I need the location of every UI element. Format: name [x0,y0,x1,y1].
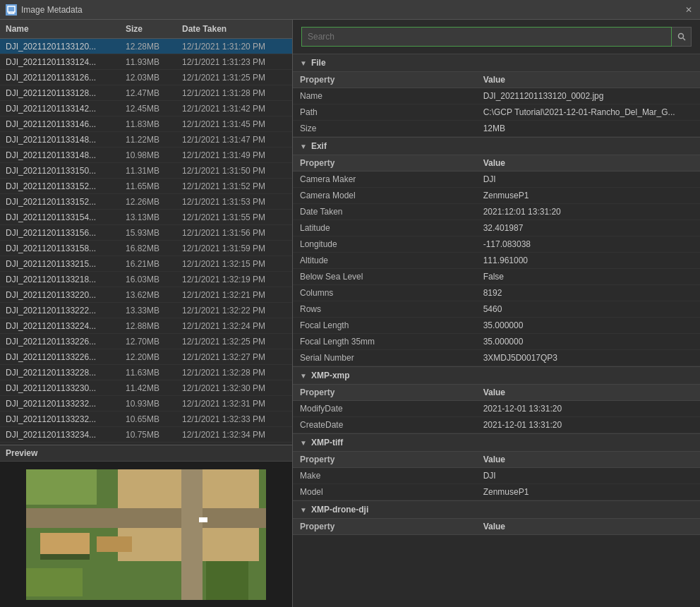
list-item[interactable]: DJI_20211201133148... 11.22MB 12/1/2021 … [0,132,292,148]
section-xmp-tiff-header[interactable]: ▼ XMP-tiff [293,433,700,452]
exif-value: -117.083038 [476,236,700,253]
file-name-cell: DJI_20211201133148... [0,150,120,160]
preview-section: Preview [0,445,292,607]
list-item[interactable]: DJI_20211201133154... 13.13MB 12/1/2021 … [0,210,292,225]
list-item[interactable]: DJI_20211201133152... 11.65MB 12/1/2021 … [0,179,292,194]
file-size-cell: 10.93MB [120,399,176,409]
section-exif-header[interactable]: ▼ Exif [293,137,700,155]
list-item[interactable]: DJI_20211201133230... 11.42MB 12/1/2021 … [0,380,292,396]
section-xmp-xmp-name: XMP-xmp [311,371,350,380]
list-item[interactable]: DJI_20211201133128... 12.47MB 12/1/2021 … [0,85,292,101]
list-item[interactable]: DJI_20211201133222... 13.33MB 12/1/2021 … [0,303,292,318]
file-name-cell: DJI_20211201133148... [0,135,120,145]
list-item[interactable]: DJI_20211201133124... 11.93MB 12/1/2021 … [0,54,292,70]
section-exif: ▼ Exif Property Value Camera Maker DJI C… [293,137,700,366]
section-file-header[interactable]: ▼ File [293,54,700,72]
file-table: Property Value Name DJI_20211201133120_0… [293,72,700,137]
search-input[interactable] [308,32,665,42]
list-item[interactable]: DJI_20211201133146... 11.83MB 12/1/2021 … [0,116,292,132]
file-date-cell: 12/1/2021 1:31:28 PM [176,88,292,98]
list-item[interactable]: DJI_20211201133215... 16.21MB 12/1/2021 … [0,256,292,272]
file-path-value: C:\GCP Tutorial\2021-12-01-Rancho_Del_Ma… [476,104,700,121]
column-header-name: Name [0,23,120,35]
file-table-header: Property Value [293,72,700,88]
file-name-cell: DJI_20211201133228... [0,368,120,378]
search-bar [293,20,700,54]
file-date-cell: 12/1/2021 1:31:53 PM [176,197,292,207]
file-name-cell: DJI_20211201133150... [0,166,120,176]
file-date-cell: 12/1/2021 1:31:55 PM [176,212,292,222]
file-name-cell: DJI_20211201133120... [0,42,120,52]
create-date-value: 2021-12-01 13:31:20 [476,417,700,433]
exif-value: 3XMDJ5D0017QP3 [476,350,700,366]
list-item[interactable]: DJI_20211201133158... 16.82MB 12/1/2021 … [0,241,292,256]
file-size-cell: 15.93MB [120,228,176,238]
file-date-cell: 12/1/2021 1:32:22 PM [176,306,292,315]
list-item[interactable]: DJI_20211201133148... 10.98MB 12/1/2021 … [0,148,292,163]
model-label: Model [293,484,476,500]
list-item[interactable]: DJI_20211201133234... 10.75MB 12/1/2021 … [0,427,292,443]
file-date-cell: 12/1/2021 1:31:23 PM [176,57,292,67]
exif-property: Serial Number [293,350,476,366]
file-list-scroll[interactable]: DJI_20211201133120... 12.28MB 12/1/2021 … [0,39,292,445]
file-date-cell: 12/1/2021 1:32:21 PM [176,290,292,300]
table-row: Columns 8192 [293,285,700,301]
modify-date-value: 2021-12-01 13:31:20 [476,401,700,417]
list-item[interactable]: DJI_20211201133220... 13.62MB 12/1/2021 … [0,287,292,303]
table-row: Model ZenmuseP1 [293,484,700,500]
exif-value: 32.401987 [476,220,700,236]
file-date-cell: 12/1/2021 1:31:50 PM [176,166,292,176]
exif-value: 5460 [476,301,700,318]
table-row: Focal Length 35mm 35.000000 [293,334,700,350]
aerial-thumbnail [26,469,266,600]
list-item[interactable]: DJI_20211201133120... 12.28MB 12/1/2021 … [0,39,292,54]
list-item[interactable]: DJI_20211201133156... 15.93MB 12/1/2021 … [0,225,292,241]
exif-property: Latitude [293,220,476,236]
exif-property: Rows [293,301,476,318]
exif-property: Columns [293,285,476,301]
exif-value: 35.000000 [476,334,700,350]
list-item[interactable]: DJI_20211201133226... 12.70MB 12/1/2021 … [0,334,292,349]
app-icon [6,4,17,16]
list-item[interactable]: DJI_20211201133152... 12.26MB 12/1/2021 … [0,194,292,210]
xmp-drone-dji-table: Property Value [293,519,700,535]
close-button[interactable]: ✕ [683,4,694,16]
file-path-label: Path [293,104,476,121]
table-row: Rows 5460 [293,301,700,318]
table-row: CreateDate 2021-12-01 13:31:20 [293,417,700,433]
exif-value: 35.000000 [476,318,700,334]
list-item[interactable]: DJI_20211201133232... 10.93MB 12/1/2021 … [0,396,292,411]
model-value: ZenmuseP1 [476,484,700,500]
list-item[interactable]: DJI_20211201133226... 12.20MB 12/1/2021 … [0,349,292,365]
exif-col-value: Value [476,155,700,172]
section-xmp-tiff-name: XMP-tiff [311,438,343,447]
right-panel[interactable]: ▼ File Property Value Name DJI_202112011… [293,20,700,607]
table-row: Serial Number 3XMDJ5D0017QP3 [293,350,700,366]
section-xmp-drone-dji-header[interactable]: ▼ XMP-drone-dji [293,500,700,519]
exif-property: Camera Model [293,188,476,204]
chevron-down-icon: ▼ [300,372,307,380]
file-date-cell: 12/1/2021 1:31:59 PM [176,244,292,253]
xmp-tiff-col-property: Property [293,452,476,468]
section-xmp-xmp-header[interactable]: ▼ XMP-xmp [293,366,700,385]
list-item[interactable]: DJI_20211201133150... 11.31MB 12/1/2021 … [0,163,292,179]
xmp-xmp-col-value: Value [476,385,700,401]
list-item[interactable]: DJI_20211201133126... 12.03MB 12/1/2021 … [0,70,292,85]
list-item[interactable]: DJI_20211201133142... 12.45MB 12/1/2021 … [0,101,292,116]
file-size-cell: 16.82MB [120,244,176,253]
search-button[interactable] [672,27,692,47]
file-date-cell: 12/1/2021 1:31:42 PM [176,104,292,114]
file-date-cell: 12/1/2021 1:32:31 PM [176,399,292,409]
file-size-cell: 11.42MB [120,383,176,393]
file-name-cell: DJI_20211201133142... [0,104,120,114]
list-item[interactable]: DJI_20211201133228... 11.63MB 12/1/2021 … [0,365,292,380]
list-item[interactable]: DJI_20211201133232... 10.65MB 12/1/2021 … [0,411,292,427]
file-date-cell: 12/1/2021 1:32:24 PM [176,321,292,331]
svg-point-4 [678,34,683,39]
list-item[interactable]: DJI_20211201133218... 16.03MB 12/1/2021 … [0,272,292,287]
table-row: Name DJI_20211201133120_0002.jpg [293,88,700,104]
list-item[interactable]: DJI_20211201133224... 12.88MB 12/1/2021 … [0,318,292,334]
table-row: Focal Length 35.000000 [293,318,700,334]
file-name-cell: DJI_20211201133230... [0,383,120,393]
file-size-label: Size [293,121,476,137]
